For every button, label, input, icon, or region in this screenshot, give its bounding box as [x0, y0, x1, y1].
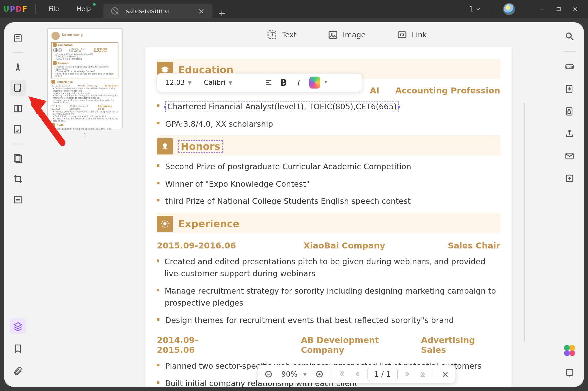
page-number-display[interactable]: 1 / 1 [367, 368, 398, 381]
notes-button[interactable] [562, 366, 577, 380]
page-count-dropdown[interactable]: 1 [469, 5, 481, 13]
svg-rect-12 [16, 199, 20, 200]
font-family-dropdown[interactable]: Calibri▼ [200, 76, 260, 89]
thumbnail-page-number: 1 [42, 132, 128, 140]
window-close-button[interactable] [570, 4, 580, 14]
search-button[interactable] [562, 29, 577, 44]
education-school: AI [370, 86, 379, 96]
edit-tool[interactable] [10, 80, 26, 96]
window-maximize-button[interactable] [554, 4, 564, 14]
svg-rect-32 [566, 369, 573, 375]
zoom-out-button[interactable] [263, 368, 275, 380]
page-thumbnail[interactable]: Karen wang— Education 2011.00-2015.06UNI… [47, 28, 123, 129]
tab-document-icon [111, 7, 118, 15]
bookmarks-panel-button[interactable] [10, 341, 26, 357]
selected-text[interactable]: Chartered Financial Analyst(level1), TOE… [165, 101, 399, 112]
job-company: AB Development Company [301, 335, 421, 355]
insert-text-button[interactable]: T Text [267, 30, 297, 40]
bold-button[interactable]: B [277, 76, 290, 89]
job-role: Advertising Sales [421, 335, 500, 355]
separator [35, 4, 36, 14]
last-page-button[interactable] [417, 368, 429, 380]
crop-tool[interactable] [10, 171, 26, 187]
svg-point-18 [163, 143, 167, 147]
text-format-toolbar: 12.03▼ Calibri▼ B I [157, 73, 362, 92]
convert-button[interactable] [562, 82, 577, 96]
job-role: Sales Chair [448, 241, 500, 251]
app-logo: UPDF [0, 5, 31, 14]
email-button[interactable] [562, 149, 577, 163]
font-size-dropdown[interactable]: 12.03▼ [162, 76, 198, 89]
svg-rect-1 [557, 8, 560, 11]
edit-tools-bar: T Text Image Link [138, 22, 555, 47]
user-avatar[interactable] [503, 3, 515, 15]
document-tab[interactable]: sales-resume × [103, 4, 212, 18]
job-date: 2015.09-2016.06 [157, 241, 236, 251]
save-button[interactable] [562, 171, 577, 186]
svg-line-24 [571, 38, 573, 40]
separator [526, 4, 526, 14]
scrollbar[interactable] [524, 103, 525, 342]
section-title: Honors [178, 140, 223, 153]
insert-image-button[interactable]: Image [328, 30, 366, 40]
reader-tool[interactable] [10, 30, 26, 46]
menu-help[interactable]: Help [68, 0, 100, 18]
form-tool[interactable] [10, 121, 26, 137]
share-button[interactable] [562, 126, 577, 141]
ai-assistant-button[interactable] [562, 343, 577, 358]
italic-button[interactable]: I [292, 76, 305, 89]
insert-link-button[interactable]: Link [397, 30, 427, 40]
align-button[interactable] [262, 76, 275, 89]
svg-point-19 [163, 222, 166, 225]
job-company: XiaoBai Company [304, 241, 385, 251]
tab-title: sales-resume [126, 7, 169, 15]
svg-rect-6 [14, 105, 18, 112]
close-page-bar-button[interactable]: × [439, 369, 451, 379]
redact-tool[interactable] [10, 192, 26, 208]
thumbnails-panel: Karen wang— Education 2011.00-2015.06UNI… [32, 22, 138, 387]
experience-icon [157, 216, 173, 232]
svg-text:T: T [270, 31, 275, 38]
section-title: Experience [178, 218, 239, 230]
right-toolbar: OCR [555, 22, 584, 387]
text-color-button[interactable] [307, 76, 320, 89]
left-toolbar [4, 22, 32, 387]
organize-tool[interactable] [10, 150, 26, 166]
honors-icon [157, 138, 173, 154]
ocr-button[interactable]: OCR [562, 59, 577, 74]
first-page-button[interactable] [336, 368, 348, 380]
layers-panel-button[interactable] [10, 318, 26, 334]
job-date: 2014.09-2015.06 [157, 335, 233, 355]
svg-text:OCR: OCR [566, 65, 573, 69]
education-major: Accounting Profession [395, 86, 500, 96]
document-page[interactable]: Education AI Accounting Profession Chart… [145, 47, 512, 387]
next-page-button[interactable] [401, 368, 413, 380]
zoom-dropdown[interactable]: 90%▼ [278, 370, 310, 379]
svg-rect-17 [398, 32, 406, 38]
attachments-panel-button[interactable] [10, 363, 26, 379]
svg-rect-29 [568, 111, 571, 113]
prev-page-button[interactable] [352, 368, 364, 380]
protect-button[interactable] [562, 104, 577, 119]
svg-point-23 [566, 33, 571, 38]
new-tab-button[interactable]: + [212, 8, 231, 18]
menu-file[interactable]: File [40, 0, 68, 18]
comment-tool[interactable] [10, 59, 26, 75]
svg-point-16 [331, 33, 332, 35]
zoom-in-button[interactable] [313, 368, 325, 380]
tab-close-button[interactable]: × [198, 6, 205, 16]
separator [492, 4, 492, 14]
window-minimize-button[interactable] [537, 4, 547, 14]
page-navigation-bar: 90%▼ 1 / 1 × [258, 365, 456, 383]
svg-rect-7 [18, 105, 22, 112]
page-view-tool[interactable] [10, 100, 26, 117]
